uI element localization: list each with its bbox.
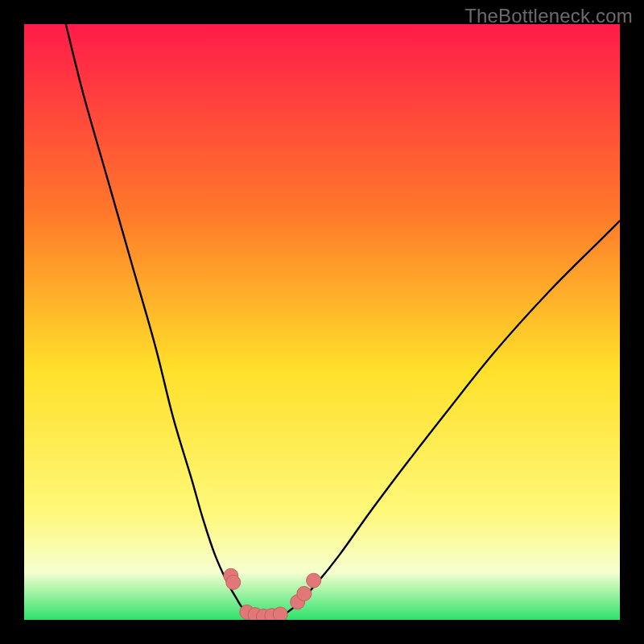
plot-area <box>24 24 620 620</box>
chart-svg <box>24 24 620 620</box>
data-marker <box>273 607 287 620</box>
data-marker <box>307 573 321 588</box>
data-marker <box>297 586 312 601</box>
data-marker <box>226 575 241 589</box>
chart-frame: TheBottleneck.com <box>0 0 644 644</box>
gradient-background <box>24 24 620 620</box>
